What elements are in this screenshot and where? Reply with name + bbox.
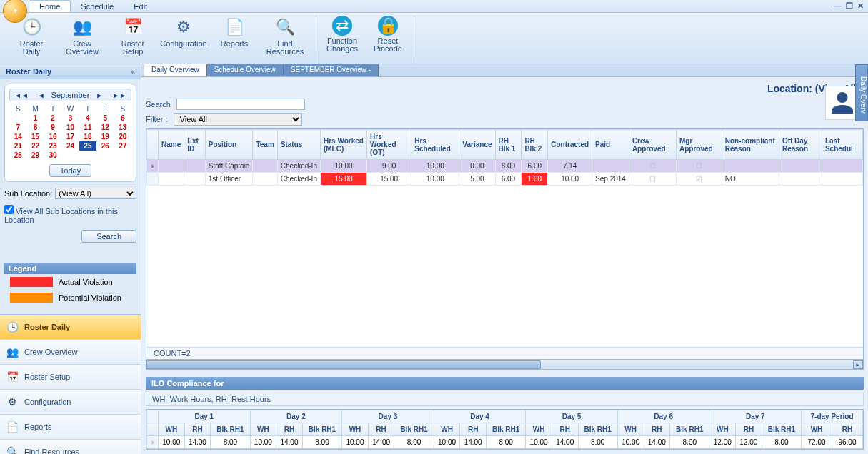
restore-icon[interactable]: ❐	[846, 1, 853, 11]
grid-col-header[interactable]: Name	[159, 130, 184, 160]
cal-day[interactable]: 28	[9, 151, 26, 160]
ribbon-roster-daily[interactable]: 🕒RosterDaily	[11, 16, 51, 64]
close-icon[interactable]: ✕	[857, 1, 864, 11]
cal-day[interactable]: 23	[44, 141, 61, 151]
cell-status: Checked-In	[277, 173, 320, 186]
tab-schedule[interactable]: Schedule	[71, 1, 124, 12]
content-tab[interactable]: Schedule Overview	[207, 64, 284, 76]
cal-day[interactable]: 21	[9, 141, 26, 151]
cal-day[interactable]: 8	[26, 123, 44, 132]
grid-col-header[interactable]: Contracted	[548, 130, 592, 160]
grid-col-header[interactable]: Hrs Worked (OT)	[367, 130, 411, 160]
grid-col-header[interactable]: RH Blk 1	[495, 130, 522, 160]
grid-col-header[interactable]: Status	[277, 130, 320, 160]
ilo-cell: 8.00	[670, 436, 709, 449]
tab-edit[interactable]: Edit	[124, 1, 157, 12]
sub-location-select[interactable]: (View All)	[55, 188, 136, 199]
ilo-row[interactable]: ›10.0014.008.0010.0014.008.0010.0014.008…	[147, 436, 863, 449]
cal-day[interactable]: 18	[79, 132, 96, 141]
content-tab[interactable]: Daily Overview	[144, 64, 207, 76]
ribbon-configuration[interactable]: ⚙Configuration	[159, 16, 209, 64]
grid-col-header[interactable]: Non-compliant Reason	[722, 130, 779, 160]
cal-day[interactable]: 17	[61, 132, 79, 141]
ribbon-reports[interactable]: 📄Reports	[214, 16, 254, 64]
grid-col-header[interactable]: Variance	[459, 130, 495, 160]
view-all-sub-checkbox[interactable]	[4, 205, 14, 214]
grid-col-header[interactable]: Ext ID	[184, 130, 206, 160]
cal-day[interactable]: 19	[96, 132, 114, 141]
ribbon-crew-overview[interactable]: 👥Crew Overview	[57, 16, 107, 64]
ilo-sub-header: WH	[159, 423, 185, 436]
table-row[interactable]: 1st OfficerChecked-In15.0015.0010.005.00…	[147, 173, 863, 186]
cal-day[interactable]: 14	[9, 132, 26, 141]
cal-day[interactable]: 20	[114, 132, 131, 141]
sidebar-item-crew-overview[interactable]: 👥Crew Overview	[0, 340, 141, 365]
grid-col-header[interactable]: Off Day Reason	[779, 130, 822, 160]
cal-day[interactable]: 3	[61, 113, 79, 123]
table-row[interactable]: ›Staff CaptainChecked-In10.009.0010.000.…	[147, 160, 863, 173]
scroll-right-icon[interactable]: ►	[853, 360, 863, 369]
grid-col-header[interactable]: RH Blk 2	[522, 130, 548, 160]
sidebar-item-find-resources[interactable]: 🔍Find Resources	[0, 440, 141, 454]
cal-day[interactable]: 22	[26, 141, 44, 151]
sidebar-item-roster-setup[interactable]: 📅Roster Setup	[0, 365, 141, 390]
cal-day[interactable]: 25	[79, 141, 96, 151]
ilo-sub-header: Blk RH1	[762, 423, 801, 436]
cal-day[interactable]: 5	[96, 113, 114, 123]
ribbon-reset-pincode[interactable]: 🔒ResetPincode	[368, 16, 408, 64]
filter-select[interactable]: View All	[174, 113, 302, 126]
content-tab[interactable]: SEPTEMBER Overview -	[284, 64, 379, 76]
cal-next-year-icon[interactable]: ►►	[109, 91, 129, 99]
grid-hscroll[interactable]: ◄ ►	[146, 359, 863, 369]
grid-col-header[interactable]: Last Schedul	[822, 130, 862, 160]
nav-label: Configuration	[24, 398, 71, 406]
scroll-thumb[interactable]	[146, 360, 541, 369]
row-expander[interactable]	[147, 173, 159, 186]
cal-day[interactable]: 16	[44, 132, 61, 141]
grid-col-header[interactable]: Position	[205, 130, 253, 160]
cal-day[interactable]: 29	[26, 151, 44, 160]
grid-col-header[interactable]: Paid	[592, 130, 629, 160]
cal-day[interactable]: 6	[114, 113, 131, 123]
sidebar-item-configuration[interactable]: ⚙Configuration	[0, 390, 141, 415]
cal-day[interactable]: 4	[79, 113, 96, 123]
sidebar-item-roster-daily[interactable]: 🕒Roster Daily	[0, 315, 141, 340]
cal-day[interactable]: 26	[96, 141, 114, 151]
cal-day[interactable]: 7	[9, 123, 26, 132]
cal-day[interactable]: 13	[114, 123, 131, 132]
ribbon-find-resources[interactable]: 🔍Find Resources	[260, 16, 310, 64]
sidebar-item-reports[interactable]: 📄Reports	[0, 415, 141, 440]
cal-day[interactable]: 9	[44, 123, 61, 132]
cal-day[interactable]: 1	[26, 113, 44, 123]
today-button[interactable]: Today	[49, 164, 91, 177]
nav-icon: 📄	[6, 420, 19, 433]
ribbon-roster-setup[interactable]: 📅RosterSetup	[113, 16, 153, 64]
ilo-period-header: 7-day Period	[802, 410, 863, 423]
cal-day[interactable]: 12	[96, 123, 114, 132]
grid-col-header[interactable]: Crew Approved	[629, 130, 676, 160]
cal-day[interactable]: 2	[44, 113, 61, 123]
ilo-row-expander[interactable]: ›	[147, 436, 159, 449]
cal-day[interactable]: 15	[26, 132, 44, 141]
row-expander[interactable]: ›	[147, 160, 159, 173]
ribbon-function-changes[interactable]: ⇄FunctionChanges	[322, 16, 362, 64]
minimize-icon[interactable]: —	[834, 1, 842, 11]
tab-home[interactable]: Home	[29, 0, 71, 12]
grid-col-header[interactable]: Hrs Scheduled	[411, 130, 459, 160]
grid-col-header[interactable]: Mgr Approved	[676, 130, 722, 160]
cal-day[interactable]: 30	[44, 151, 61, 160]
cal-dow: T	[79, 104, 96, 113]
cal-day[interactable]: 24	[61, 141, 79, 151]
vertical-tab-daily-overview[interactable]: Daily Overv	[855, 64, 868, 121]
cal-day[interactable]: 11	[79, 123, 96, 132]
cal-next-month-icon[interactable]: ►	[93, 91, 106, 99]
cal-day[interactable]: 10	[61, 123, 79, 132]
cal-prev-year-icon[interactable]: ◄◄	[11, 91, 31, 99]
cal-day[interactable]: 27	[114, 141, 131, 151]
sidebar-search-button[interactable]: Search	[81, 230, 136, 243]
grid-col-header[interactable]: Hrs Worked (MLC)	[320, 130, 366, 160]
search-input[interactable]	[176, 99, 305, 110]
cal-prev-month-icon[interactable]: ◄	[35, 91, 48, 99]
collapse-icon[interactable]: «	[131, 68, 135, 76]
grid-col-header[interactable]: Team	[253, 130, 277, 160]
